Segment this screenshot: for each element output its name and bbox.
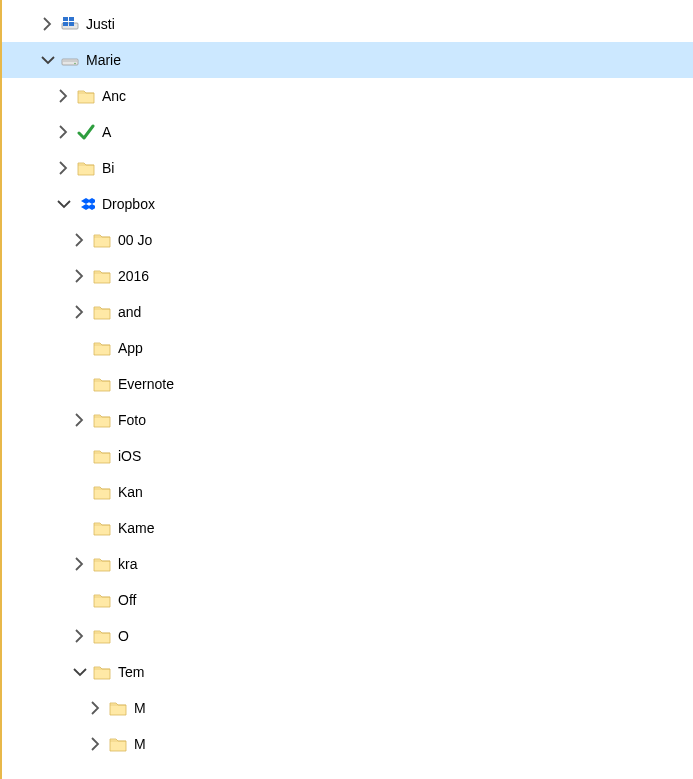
tree-item-label: Anc — [102, 78, 126, 114]
folder-icon — [108, 734, 128, 754]
chevron-right-icon[interactable] — [72, 232, 88, 248]
check-icon — [76, 122, 96, 142]
tree-item[interactable]: Justi — [2, 6, 693, 42]
tree-item[interactable]: Dropbox — [2, 186, 693, 222]
chevron-right-icon[interactable] — [88, 700, 104, 716]
folder-icon — [92, 554, 112, 574]
chevron-right-icon[interactable] — [56, 124, 72, 140]
tree-item[interactable]: and — [2, 294, 693, 330]
folder-icon — [92, 374, 112, 394]
chevron-right-icon[interactable] — [56, 160, 72, 176]
tree-item-label: Bi — [102, 150, 114, 186]
tree-item-label: 2016 — [118, 258, 149, 294]
tree-item-label: and — [118, 294, 141, 330]
tree-item[interactable]: 00 Jo — [2, 222, 693, 258]
chevron-right-icon[interactable] — [72, 304, 88, 320]
tree-item-label: 00 Jo — [118, 222, 152, 258]
folder-icon — [108, 698, 128, 718]
tree-item[interactable]: A — [2, 114, 693, 150]
tree-item[interactable]: Off — [2, 582, 693, 618]
folder-icon — [92, 518, 112, 538]
tree-item-label: A — [102, 114, 111, 150]
tree-item-label: Dropbox — [102, 186, 155, 222]
tree-item[interactable]: M — [2, 726, 693, 762]
chevron-down-icon[interactable] — [72, 664, 88, 680]
tree-item-label: iOS — [118, 438, 141, 474]
chevron-down-icon[interactable] — [56, 196, 72, 212]
tree-item-label: Kame — [118, 510, 155, 546]
tree-item[interactable]: Kan — [2, 474, 693, 510]
chevron-right-icon[interactable] — [56, 88, 72, 104]
tree-item-label: App — [118, 330, 143, 366]
folder-icon — [92, 662, 112, 682]
chevron-right-icon[interactable] — [72, 412, 88, 428]
tree-item-label: O — [118, 618, 129, 654]
folder-icon — [92, 482, 112, 502]
tree-item[interactable]: 2016 — [2, 258, 693, 294]
folder-icon — [92, 230, 112, 250]
tree-item-label: Kan — [118, 474, 143, 510]
folder-icon — [76, 86, 96, 106]
folder-icon — [92, 410, 112, 430]
folder-icon — [92, 338, 112, 358]
drive-icon — [60, 50, 80, 70]
tree-item-label: Evernote — [118, 366, 174, 402]
tree-item[interactable]: M — [2, 690, 693, 726]
tree-item-label: Marie — [86, 42, 121, 78]
tree-item-label: Foto — [118, 402, 146, 438]
tree-item[interactable]: Marie — [2, 42, 693, 78]
tree-item-label: kra — [118, 546, 137, 582]
tree-item-label: M — [134, 690, 146, 726]
tree-item-label: Justi — [86, 6, 115, 42]
folder-icon — [92, 626, 112, 646]
chevron-right-icon[interactable] — [72, 268, 88, 284]
folder-icon — [92, 266, 112, 286]
tree-item[interactable]: Bi — [2, 150, 693, 186]
chevron-right-icon[interactable] — [88, 736, 104, 752]
tree-item[interactable]: O — [2, 618, 693, 654]
tree-item-label: Off — [118, 582, 136, 618]
tree-item-label: M — [134, 726, 146, 762]
folder-icon — [92, 590, 112, 610]
tree-item[interactable]: kra — [2, 546, 693, 582]
folder-icon — [92, 302, 112, 322]
chevron-right-icon[interactable] — [72, 556, 88, 572]
tree-item[interactable]: Foto — [2, 402, 693, 438]
folder-tree: JustiMarieAncABiDropbox00 Jo2016andAppEv… — [2, 0, 693, 762]
drive-windows-icon — [60, 14, 80, 34]
dropbox-icon — [76, 194, 96, 214]
tree-item[interactable]: Anc — [2, 78, 693, 114]
chevron-right-icon[interactable] — [72, 628, 88, 644]
chevron-right-icon[interactable] — [40, 16, 56, 32]
chevron-down-icon[interactable] — [40, 52, 56, 68]
tree-item-label: Tem — [118, 654, 144, 690]
tree-item[interactable]: Evernote — [2, 366, 693, 402]
folder-icon — [92, 446, 112, 466]
tree-item[interactable]: Tem — [2, 654, 693, 690]
folder-icon — [76, 158, 96, 178]
tree-item[interactable]: Kame — [2, 510, 693, 546]
tree-item[interactable]: iOS — [2, 438, 693, 474]
tree-item[interactable]: App — [2, 330, 693, 366]
